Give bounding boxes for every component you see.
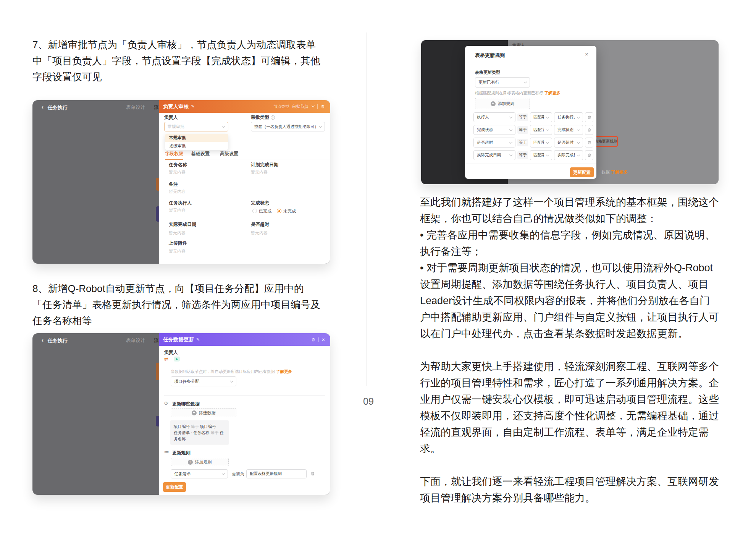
trash-icon [587, 140, 591, 145]
rule-source-select[interactable]: 完成状态 [473, 125, 515, 135]
update-config-button[interactable]: 更新配置 [570, 167, 594, 177]
field-empty-value: 暂无内容 [169, 169, 186, 175]
target-app-select[interactable]: 项目任务分配 [171, 376, 236, 386]
delete-rule-button[interactable] [585, 112, 593, 122]
radio-done[interactable] [252, 209, 257, 213]
plus-icon: + [192, 410, 197, 415]
approve-type-label: 审批类型? [251, 114, 275, 121]
match-type-select[interactable]: 匹配字段 [530, 138, 552, 148]
update-type-select[interactable]: 更新已有行 [475, 77, 530, 88]
delete-rule-button[interactable] [585, 125, 593, 135]
tab-flow-design-clipped[interactable]: 流程设计 [154, 104, 158, 111]
update-config-button[interactable]: 更新配置 [163, 482, 186, 492]
paper-plane-icon[interactable]: ➤ [174, 357, 180, 362]
back-icon[interactable]: ‹ [42, 104, 44, 110]
approve-type-select[interactable]: 或签（一名负责人通过或拒绝即可） [251, 122, 325, 131]
field-label: 任务名称 [169, 162, 187, 168]
field-label: 完成状态 [251, 200, 269, 206]
field-label: 是否超时 [251, 221, 269, 228]
close-icon[interactable]: × [585, 51, 588, 57]
match-type-select[interactable]: 匹配字段 [530, 112, 552, 122]
dropdown-option[interactable]: 逐级审批 [165, 142, 228, 150]
nav-app-title[interactable]: 任务执行 [48, 104, 68, 111]
close-icon[interactable]: × [322, 337, 325, 342]
dialog-header: 任务数据更新 ✎ × [159, 333, 330, 346]
plus-icon: + [491, 101, 496, 106]
paragraph-step7: 7、新增审批节点为「负责人审核」，节点负责人为动态调取表单中「项目负责人」字段，… [32, 37, 320, 85]
field-label: 任务执行人 [169, 200, 192, 206]
divider [159, 159, 330, 159]
rule-target-select[interactable]: 任务执行人 [554, 112, 583, 122]
field-empty-value: 暂无内容 [169, 208, 186, 213]
trash-icon[interactable] [321, 104, 325, 109]
filter-data-button[interactable]: + 筛选数据 [171, 408, 236, 417]
chevron-down-icon [509, 128, 512, 131]
screenshot-table-update-rules: 负责人 表格更新规则 数据 了解更多 表格更新规则 × 表格更新类型 更新已有行… [421, 40, 719, 184]
chevron-down-icon [546, 140, 549, 143]
radio-undone-label: 未完成 [283, 209, 296, 213]
rule-target-select[interactable]: 实际完成日期 [554, 150, 583, 160]
chevron-down-icon [222, 125, 225, 128]
document-page: 7、新增审批节点为「负责人审核」，节点负责人为动态调取表单中「项目负责人」字段，… [0, 0, 756, 535]
info-icon: ? [271, 115, 275, 120]
status-radio-group: 已完成未完成 [252, 207, 301, 214]
divider [164, 395, 325, 396]
table-update-rules-modal: 表格更新规则 × 表格更新类型 更新已有行 根据匹配规则在目标表格内更新已有行 … [465, 46, 596, 179]
paragraph-templates: 为帮助大家更快上手搭建使用，轻流深刻洞察工程、互联网等多个行业的项目管理特性和需… [420, 358, 719, 457]
paragraph-next: 下面，就让我们逐一来看轻流工程项目管理解决方案、互联网研发项目管理解决方案分别具… [420, 473, 719, 506]
nav-app-title[interactable]: 任务执行 [48, 337, 68, 344]
rule-target-select[interactable]: 是否超时 [554, 138, 583, 148]
divider [318, 337, 319, 342]
tab-form-design[interactable]: 表单设计 [126, 337, 145, 344]
rule-config-field[interactable]: 配置表格更新规则 [246, 469, 307, 478]
node-type-label: 节点类型 [274, 104, 289, 109]
owner-label: 负责人 [164, 349, 178, 356]
learn-more-link[interactable]: 了解更多 [544, 91, 560, 95]
back-icon[interactable]: ‹ [42, 337, 44, 343]
chevron-down-icon [577, 153, 580, 156]
learn-more-link[interactable]: 了解更多 [276, 369, 292, 374]
tab-flow-design-clipped[interactable]: 流程设计 [154, 337, 158, 344]
field-label: 上传附件 [169, 240, 187, 246]
trash-icon[interactable] [311, 337, 315, 342]
chevron-down-icon [222, 472, 225, 475]
chevron-down-icon [509, 153, 512, 156]
field-label: 计划完成日期 [251, 162, 278, 168]
field-label: 实际完成日期 [169, 221, 196, 228]
modal-helper-text: 根据匹配规则在目标表格内更新已有行 了解更多 [475, 91, 560, 96]
rule-source-select[interactable]: 执行人 [473, 112, 515, 122]
rule-source-select[interactable]: 是否超时 [473, 138, 515, 148]
field-empty-value: 暂无内容 [169, 189, 186, 195]
edit-icon[interactable]: ✎ [196, 337, 200, 342]
dialog-header: 负责人审核 ✎ 节点类型 审批节点 [159, 100, 330, 113]
delete-rule-button[interactable] [585, 138, 593, 148]
radio-undone[interactable] [277, 209, 281, 213]
match-type-select[interactable]: 匹配字段 [530, 125, 552, 135]
swap-arrows-icon[interactable]: ⇄ [164, 356, 168, 362]
learn-more-link[interactable]: 了解更多 [611, 170, 628, 174]
section-update-rules: 更新规则 [172, 450, 191, 456]
trash-icon [587, 115, 591, 120]
node-type-select[interactable]: 审批节点 [292, 104, 314, 109]
highlighted-rule-link[interactable]: 表格更新规则 [594, 136, 618, 147]
add-rule-button[interactable]: + 添加规则 [171, 458, 229, 466]
chevron-down-icon [509, 115, 512, 118]
match-type-select[interactable]: 匹配字段 [530, 150, 552, 160]
tab-advanced-settings[interactable]: 高级设置 [220, 151, 238, 157]
trash-icon[interactable] [310, 471, 315, 476]
tab-basic-settings[interactable]: 基础设置 [191, 151, 210, 157]
rule-source-select[interactable]: 实际完成日期 [473, 150, 515, 160]
qrobot-dialog: 任务数据更新 ✎ × 负责人 ⇄ ➤ 当数据到达该节点时，将自动更新所选目标应用… [159, 333, 330, 495]
equals-label: 等于 [517, 151, 528, 159]
chevron-down-icon [319, 125, 322, 128]
edit-icon[interactable]: ✎ [191, 104, 195, 109]
dialog-title: 负责人审核 [163, 103, 189, 110]
chevron-down-icon [577, 140, 580, 143]
add-rule-button[interactable]: + 添加规则 [475, 98, 530, 109]
rule-target-select[interactable]: 完成状态 [554, 125, 583, 135]
tab-form-design[interactable]: 表单设计 [126, 104, 145, 111]
owner-select[interactable]: 常规审批 [164, 122, 228, 131]
delete-rule-button[interactable] [585, 150, 593, 160]
rule-table-select[interactable]: 任务清单 [171, 469, 228, 478]
dropdown-option[interactable]: 常规审批 [165, 134, 228, 142]
